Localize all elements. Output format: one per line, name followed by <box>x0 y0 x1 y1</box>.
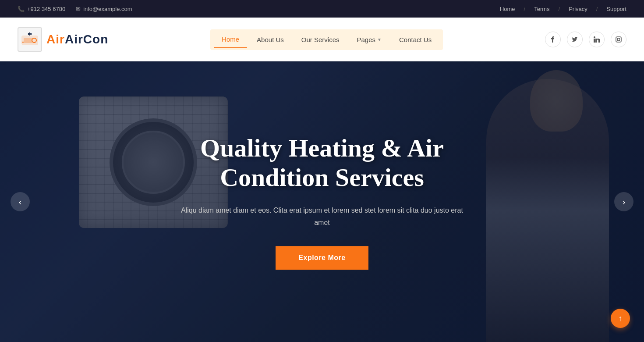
instagram-icon[interactable] <box>611 32 626 47</box>
svg-rect-7 <box>616 37 621 42</box>
hero-content: Quality Heating & Air Condition Services… <box>173 134 471 270</box>
topbar-support-link[interactable]: Support <box>606 6 626 12</box>
email-contact: ✉ info@example.com <box>76 6 132 12</box>
navbar: AirAirCon Home About Us Our Services Pag… <box>0 18 644 61</box>
logo-text: AirAirCon <box>46 32 108 46</box>
pages-dropdown-arrow: ▼ <box>377 37 382 42</box>
carousel-prev-button[interactable]: ‹ <box>11 192 30 211</box>
nav-home[interactable]: Home <box>214 31 247 48</box>
carousel-next-button[interactable]: › <box>614 192 633 211</box>
topbar-privacy-link[interactable]: Privacy <box>569 6 587 12</box>
phone-icon: 📞 <box>18 6 25 12</box>
hero-subtitle: Aliqu diam amet diam et eos. Clita erat … <box>173 205 471 228</box>
hero-section: Quality Heating & Air Condition Services… <box>0 61 644 342</box>
logo-icon <box>18 27 42 52</box>
nav-pages[interactable]: Pages ▼ <box>349 32 389 48</box>
twitter-icon[interactable] <box>567 32 583 47</box>
linkedin-icon[interactable] <box>589 32 605 47</box>
svg-point-9 <box>620 38 621 39</box>
nav-menu: Home About Us Our Services Pages ▼ Conta… <box>210 29 443 50</box>
svg-rect-1 <box>24 38 32 43</box>
top-bar-links: Home / Terms / Privacy / Support <box>500 6 626 12</box>
facebook-icon[interactable] <box>545 32 561 47</box>
nav-about[interactable]: About Us <box>249 32 292 48</box>
logo-svg <box>20 30 39 49</box>
nav-contact[interactable]: Contact Us <box>391 32 439 48</box>
top-bar-contact: 📞 +912 345 6780 ✉ info@example.com <box>18 6 132 12</box>
nav-services[interactable]: Our Services <box>294 32 347 48</box>
back-to-top-button[interactable]: ↑ <box>611 309 630 328</box>
phone-number: +912 345 6780 <box>27 6 65 12</box>
logo[interactable]: AirAirCon <box>18 27 108 52</box>
phone-contact: 📞 +912 345 6780 <box>18 6 65 12</box>
email-icon: ✉ <box>76 6 81 12</box>
social-icons <box>545 32 626 47</box>
explore-more-button[interactable]: Explore More <box>276 246 368 270</box>
topbar-home-link[interactable]: Home <box>500 6 515 12</box>
email-address: info@example.com <box>83 6 132 12</box>
topbar-terms-link[interactable]: Terms <box>534 6 549 12</box>
hero-title: Quality Heating & Air Condition Services <box>173 134 471 192</box>
svg-point-8 <box>617 38 620 41</box>
top-bar: 📞 +912 345 6780 ✉ info@example.com Home … <box>0 0 644 18</box>
